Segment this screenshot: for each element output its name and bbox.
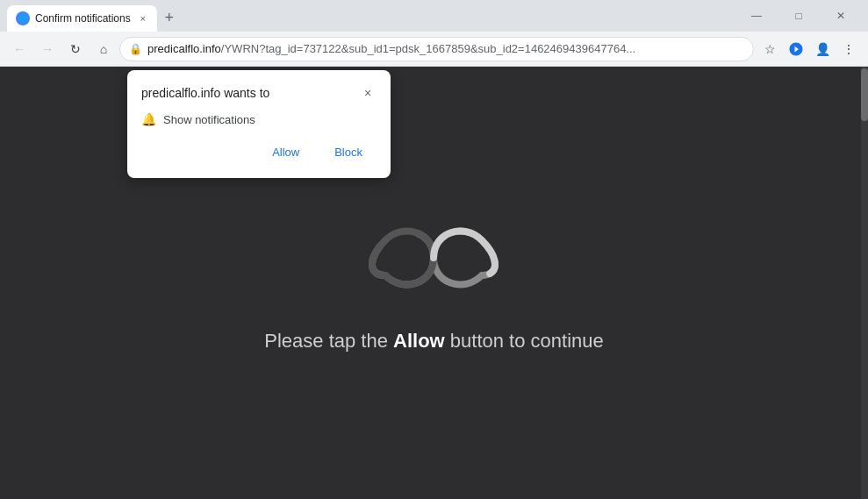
bookmark-icon: ☆ xyxy=(764,42,776,56)
permission-text: Show notifications xyxy=(163,113,255,126)
page-text-bold: Allow xyxy=(393,330,445,352)
browser-frame: 🌐 Confirm notifications × + — □ ✕ ← → ↻ … xyxy=(0,0,868,499)
reload-button[interactable]: ↻ xyxy=(63,37,88,61)
home-button[interactable]: ⌂ xyxy=(91,37,116,61)
forward-button[interactable]: → xyxy=(35,37,60,61)
tab-title: Confirm notifications xyxy=(35,12,131,25)
scrollbar-thumb[interactable] xyxy=(861,68,868,121)
popup-permission: 🔔 Show notifications xyxy=(141,112,377,126)
popup-buttons: Allow Block xyxy=(141,140,377,164)
reload-icon: ↻ xyxy=(70,42,81,56)
chrome-refresh-icon[interactable] xyxy=(784,37,808,61)
popup-close-button[interactable]: × xyxy=(359,84,377,102)
title-bar: 🌐 Confirm notifications × + — □ ✕ xyxy=(0,0,868,32)
bookmark-button[interactable]: ☆ xyxy=(757,37,782,61)
page-text-before: Please tap the xyxy=(264,330,393,352)
allow-button[interactable]: Allow xyxy=(258,140,313,164)
popup-header: predicalflo.info wants to × xyxy=(141,84,377,102)
page-content: predicalflo.info wants to × 🔔 Show notif… xyxy=(0,67,868,499)
bell-icon: 🔔 xyxy=(141,112,156,126)
forward-icon: → xyxy=(41,42,54,56)
back-icon: ← xyxy=(13,42,25,56)
profile-button[interactable]: 👤 xyxy=(810,37,835,61)
address-text: predicalflo.info/YWRN?tag_id=737122&sub_… xyxy=(147,42,746,55)
window-controls: — □ ✕ xyxy=(736,0,861,32)
scrollbar[interactable] xyxy=(861,67,868,499)
tab-favicon: 🌐 xyxy=(16,11,30,25)
toolbar: ← → ↻ ⌂ 🔒 predicalflo.info/YWRN?tag_id=7… xyxy=(0,32,868,67)
address-bar[interactable]: 🔒 predicalflo.info/YWRN?tag_id=737122&su… xyxy=(119,37,754,61)
page-text-after: button to continue xyxy=(445,330,604,352)
toolbar-actions: ☆ 👤 ⋮ xyxy=(757,37,861,61)
block-button[interactable]: Block xyxy=(320,140,377,164)
tab-strip: 🌐 Confirm notifications × + xyxy=(7,0,733,32)
close-window-button[interactable]: ✕ xyxy=(821,0,861,32)
menu-button[interactable]: ⋮ xyxy=(836,37,861,61)
maximize-button[interactable]: □ xyxy=(778,0,819,32)
infinity-symbol xyxy=(346,214,521,302)
lock-icon: 🔒 xyxy=(129,43,142,55)
page-main: Please tap the Allow button to continue xyxy=(264,214,603,353)
back-button[interactable]: ← xyxy=(7,37,32,61)
address-path: /YWRN?tag_id=737122&sub_id1=pdsk_1667859… xyxy=(221,42,635,55)
page-instruction-text: Please tap the Allow button to continue xyxy=(264,330,603,353)
minimize-button[interactable]: — xyxy=(736,0,777,32)
tab-close-button[interactable]: × xyxy=(136,11,150,25)
active-tab[interactable]: 🌐 Confirm notifications × xyxy=(7,5,157,32)
home-icon: ⌂ xyxy=(100,42,107,56)
menu-icon: ⋮ xyxy=(843,42,855,56)
notification-popup: predicalflo.info wants to × 🔔 Show notif… xyxy=(127,70,391,178)
new-tab-button[interactable]: + xyxy=(157,5,182,30)
popup-title: predicalflo.info wants to xyxy=(141,86,269,100)
profile-icon: 👤 xyxy=(815,42,830,56)
address-domain: predicalflo.info xyxy=(147,42,221,55)
